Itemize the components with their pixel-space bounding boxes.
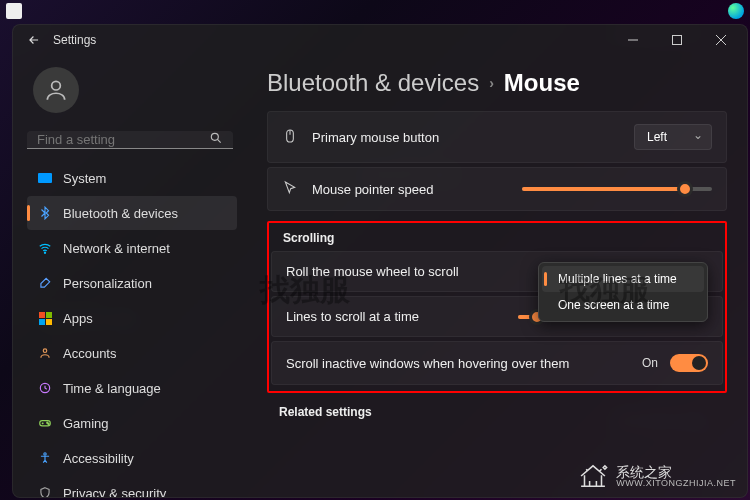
- sidebar-item-label: Accounts: [63, 346, 116, 361]
- svg-point-7: [44, 252, 45, 253]
- titlebar: Settings: [13, 25, 747, 55]
- toggle-state-label: On: [642, 356, 658, 370]
- apps-icon: [37, 310, 53, 326]
- sidebar-item-label: Gaming: [63, 416, 109, 431]
- breadcrumb-category[interactable]: Bluetooth & devices: [267, 69, 479, 97]
- gamepad-icon: [37, 415, 53, 431]
- row-label: Roll the mouse wheel to scroll: [286, 264, 526, 279]
- scroll-inactive-row: Scroll inactive windows when hovering ov…: [271, 341, 723, 385]
- back-button[interactable]: [25, 31, 43, 49]
- sidebar-item-network[interactable]: Network & internet: [27, 231, 237, 265]
- sidebar-item-label: Accessibility: [63, 451, 134, 466]
- accessibility-icon: [37, 450, 53, 466]
- svg-line-6: [217, 139, 220, 142]
- svg-point-13: [44, 453, 46, 455]
- sidebar-item-label: Privacy & security: [63, 486, 166, 498]
- breadcrumb-page: Mouse: [504, 69, 580, 97]
- app-title: Settings: [53, 33, 96, 47]
- settings-window: Settings: [12, 24, 748, 498]
- person-icon: [37, 345, 53, 361]
- desktop-top-row: [0, 0, 750, 22]
- roll-wheel-row: Roll the mouse wheel to scroll Multiple …: [271, 251, 723, 292]
- sidebar-item-label: Personalization: [63, 276, 152, 291]
- system-icon: [37, 170, 53, 186]
- breadcrumb: Bluetooth & devices › Mouse: [267, 69, 727, 97]
- svg-point-4: [52, 81, 61, 90]
- taskbar-edge-icon[interactable]: [728, 3, 744, 19]
- primary-button-select[interactable]: Left: [634, 124, 712, 150]
- sidebar-item-personalization[interactable]: Personalization: [27, 266, 237, 300]
- avatar: [33, 67, 79, 113]
- sidebar: System Bluetooth & devices Network & int…: [13, 55, 243, 497]
- bluetooth-icon: [37, 205, 53, 221]
- sidebar-item-apps[interactable]: Apps: [27, 301, 237, 335]
- related-settings-title: Related settings: [267, 393, 727, 425]
- wifi-icon: [37, 240, 53, 256]
- sidebar-item-label: System: [63, 171, 106, 186]
- taskbar-app-icon[interactable]: [6, 3, 22, 19]
- search-field[interactable]: [27, 131, 233, 149]
- chevron-right-icon: ›: [489, 75, 494, 91]
- pointer-speed-row: Mouse pointer speed: [267, 167, 727, 211]
- row-label: Lines to scroll at a time: [286, 309, 506, 324]
- sidebar-item-gaming[interactable]: Gaming: [27, 406, 237, 440]
- option-multiple-lines[interactable]: Multiple lines at a time: [542, 266, 704, 292]
- svg-point-8: [43, 349, 47, 353]
- sidebar-item-label: Bluetooth & devices: [63, 206, 178, 221]
- shield-icon: [37, 485, 53, 497]
- clock-icon: [37, 380, 53, 396]
- section-title: Scrolling: [271, 227, 723, 251]
- roll-wheel-options-flyout: Multiple lines at a time One screen at a…: [538, 262, 708, 322]
- svg-point-5: [211, 133, 218, 140]
- desktop: zhaodufu.com zhaodufu.com zhaodufu.com z…: [0, 0, 750, 500]
- account-row[interactable]: [27, 61, 243, 125]
- pointer-speed-slider[interactable]: [522, 187, 712, 191]
- brush-icon: [37, 275, 53, 291]
- sidebar-item-label: Apps: [63, 311, 93, 326]
- window-content: System Bluetooth & devices Network & int…: [13, 55, 747, 497]
- scrolling-section-highlight: Scrolling Roll the mouse wheel to scroll…: [267, 221, 727, 393]
- sidebar-item-time-language[interactable]: Time & language: [27, 371, 237, 405]
- sidebar-item-privacy[interactable]: Privacy & security: [27, 476, 237, 497]
- close-button[interactable]: [699, 25, 743, 55]
- search-icon: [209, 131, 223, 148]
- maximize-button[interactable]: [655, 25, 699, 55]
- cursor-icon: [282, 180, 300, 198]
- row-label: Primary mouse button: [312, 130, 622, 145]
- sidebar-item-bluetooth-devices[interactable]: Bluetooth & devices: [27, 196, 237, 230]
- minimize-button[interactable]: [611, 25, 655, 55]
- sidebar-item-label: Time & language: [63, 381, 161, 396]
- scroll-inactive-toggle[interactable]: [670, 354, 708, 372]
- main-panel: Bluetooth & devices › Mouse Primary mous…: [243, 55, 747, 497]
- svg-rect-1: [673, 36, 682, 45]
- sidebar-item-accounts[interactable]: Accounts: [27, 336, 237, 370]
- row-label: Scroll inactive windows when hovering ov…: [286, 356, 630, 371]
- option-one-screen[interactable]: One screen at a time: [542, 292, 704, 318]
- sidebar-item-accessibility[interactable]: Accessibility: [27, 441, 237, 475]
- primary-mouse-button-row: Primary mouse button Left: [267, 111, 727, 163]
- row-label: Mouse pointer speed: [312, 182, 510, 197]
- search-input[interactable]: [37, 132, 209, 147]
- svg-point-12: [48, 423, 49, 424]
- nav-list: System Bluetooth & devices Network & int…: [27, 161, 237, 497]
- sidebar-item-label: Network & internet: [63, 241, 170, 256]
- sidebar-item-system[interactable]: System: [27, 161, 237, 195]
- mouse-icon: [282, 128, 300, 146]
